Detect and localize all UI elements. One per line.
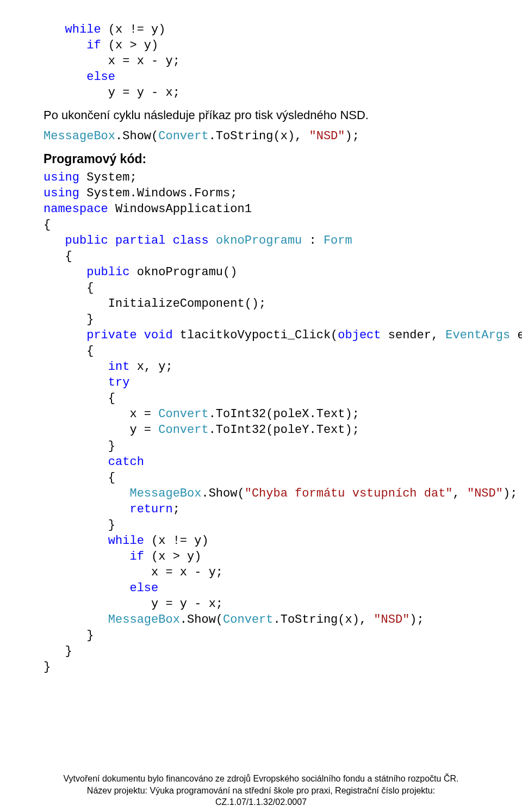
type-eventargs: EventArgs bbox=[445, 328, 510, 342]
section-heading: Programový kód: bbox=[44, 152, 478, 166]
keyword-while: while bbox=[65, 23, 101, 36]
body-paragraph: Po ukončení cyklu následuje příkaz pro t… bbox=[44, 107, 478, 124]
code-block-top: while (x != y) if (x > y) x = x - y; els… bbox=[44, 22, 478, 101]
type-oknoprogramu: oknoProgramu bbox=[216, 234, 302, 247]
footer-line-1: Vytvoření dokumentu bylo financováno ze … bbox=[44, 773, 478, 785]
type-form: Form bbox=[324, 234, 352, 247]
type-convert: Convert bbox=[158, 129, 208, 143]
string-literal: "Chyba formátu vstupních dat" bbox=[245, 487, 453, 500]
footer-line-2: Název projektu: Výuka programování na st… bbox=[44, 785, 478, 808]
string-literal: "NSD" bbox=[309, 129, 345, 143]
code-block-mid: MessageBox.Show(Convert.ToString(x), "NS… bbox=[44, 128, 478, 144]
keyword-if: if bbox=[86, 39, 101, 52]
type-messagebox: MessageBox bbox=[44, 129, 115, 143]
code-block-main: using System; using System.Windows.Forms… bbox=[44, 170, 478, 675]
keyword-else: else bbox=[86, 70, 115, 84]
footer-note: Vytvoření dokumentu bylo financováno ze … bbox=[44, 773, 478, 808]
